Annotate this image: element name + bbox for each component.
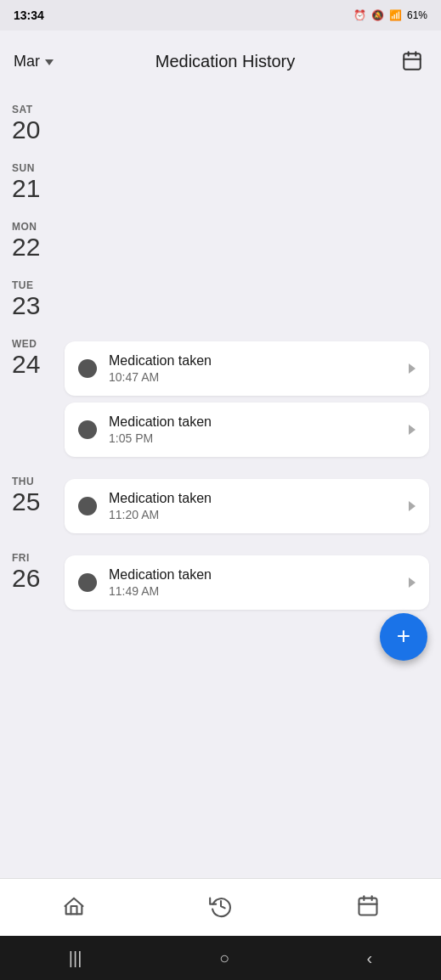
day-label: SAT20 [12,104,54,144]
sys-home-button[interactable]: ○ [219,949,229,968]
day-name: THU [12,476,34,487]
medication-info: Medication taken11:20 AM [109,491,397,521]
chevron-right-icon [409,363,416,374]
medication-info: Medication taken10:47 AM [109,353,397,384]
day-label: SUN21 [12,162,54,202]
day-section-fri: FRI26Medication taken11:49 AM [0,540,441,617]
empty-day [65,224,429,258]
day-name: FRI [12,552,30,564]
day-name: WED [12,338,37,350]
day-section-wed: WED24Medication taken10:47 AMMedication … [0,326,441,464]
alarm-icon: ⏰ [353,9,366,21]
day-label: WED24 [12,338,54,378]
day-name: SUN [12,162,35,174]
status-time: 13:34 [14,8,44,22]
day-entries: Medication taken11:20 AM [65,476,429,533]
medication-card[interactable]: Medication taken11:20 AM [65,479,429,533]
day-number: 26 [12,564,40,592]
status-icons: ⏰ 🔕 📶 61% [353,9,427,21]
day-label: TUE23 [12,279,54,319]
day-entries [65,104,429,141]
day-entries [65,162,429,200]
home-icon [62,894,86,918]
day-section-tue: TUE23 [0,268,441,326]
medication-dot-icon [78,497,97,515]
chevron-right-icon [409,501,416,511]
day-entries [65,279,429,317]
chevron-down-icon [45,59,54,65]
day-number: 24 [12,350,40,378]
day-number: 22 [12,233,40,261]
day-number: 25 [12,487,40,515]
day-section-sun: SUN21 [0,150,441,209]
battery-text: 61% [407,9,427,21]
day-name: SAT [12,104,33,115]
system-nav-bar: ||| ○ ‹ [0,936,441,980]
svg-rect-4 [359,898,376,915]
day-number: 21 [12,174,40,202]
medication-time: 10:47 AM [109,370,397,384]
medication-info: Medication taken11:49 AM [109,567,397,598]
page-title: Medication History [54,52,397,71]
day-label: MON22 [12,221,54,261]
sys-back-button[interactable]: ‹ [367,949,373,968]
month-label: Mar [14,53,40,70]
chevron-right-icon [409,425,416,435]
plus-icon: + [397,624,410,648]
medication-dot-icon [78,359,97,378]
medication-card[interactable]: Medication taken1:05 PM [65,403,429,457]
day-entries: Medication taken11:49 AM [65,552,429,610]
scroll-content: SAT20SUN21MON22TUE23WED24Medication take… [0,92,441,878]
nav-calendar-icon [356,894,380,918]
day-name: TUE [12,279,34,291]
top-bar: Mar Medication History [0,31,441,92]
medication-card[interactable]: Medication taken11:49 AM [65,555,429,610]
svg-rect-0 [404,54,421,69]
medication-title: Medication taken [109,414,397,430]
nav-calendar[interactable] [294,879,441,932]
medication-dot-icon [78,420,97,439]
day-section-sat: SAT20 [0,92,441,150]
medication-time: 11:20 AM [109,508,397,521]
status-bar: 13:34 ⏰ 🔕 📶 61% [0,0,441,31]
mute-icon: 🔕 [371,9,384,21]
day-entries: Medication taken10:47 AMMedication taken… [65,338,429,457]
day-label: THU25 [12,476,54,515]
calendar-button[interactable] [397,46,427,76]
bottom-nav [0,878,441,936]
medication-title: Medication taken [109,567,397,583]
sys-recent-button[interactable]: ||| [69,949,82,968]
medication-title: Medication taken [109,353,397,369]
day-name: MON [12,221,37,233]
medication-time: 1:05 PM [109,431,397,445]
add-medication-fab[interactable]: + [380,613,427,661]
nav-history[interactable] [147,879,294,932]
nav-home[interactable] [0,879,147,932]
history-icon [209,894,233,918]
medication-title: Medication taken [109,491,397,506]
empty-day [65,166,429,200]
medication-dot-icon [78,573,97,592]
medication-info: Medication taken1:05 PM [109,414,397,445]
month-selector[interactable]: Mar [14,53,54,70]
day-label: FRI26 [12,552,54,592]
empty-day [65,283,429,317]
day-entries [65,221,429,258]
wifi-icon: 📶 [389,9,402,21]
chevron-right-icon [409,577,416,588]
day-section-mon: MON22 [0,209,441,268]
day-section-thu: THU25Medication taken11:20 AM [0,464,441,540]
calendar-icon [401,50,423,72]
day-number: 23 [12,291,40,319]
medication-card[interactable]: Medication taken10:47 AM [65,341,429,396]
empty-day [65,107,429,141]
day-number: 20 [12,115,40,144]
medication-time: 11:49 AM [109,584,397,598]
